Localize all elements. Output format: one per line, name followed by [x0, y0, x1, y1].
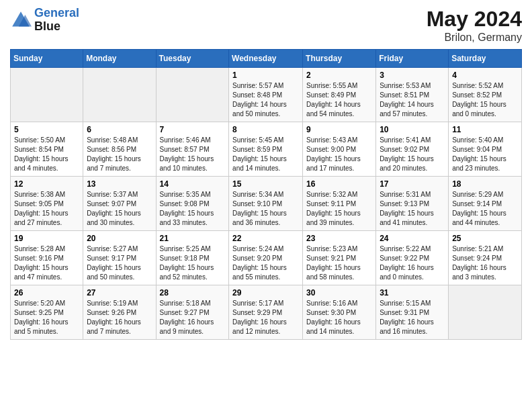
calendar-cell: 19Sunrise: 5:28 AMSunset: 9:16 PMDayligh…	[11, 231, 83, 285]
header-saturday: Saturday	[449, 50, 522, 68]
day-info: Sunrise: 5:52 AMSunset: 8:52 PMDaylight:…	[452, 81, 518, 119]
day-info: Sunrise: 5:16 AMSunset: 9:30 PMDaylight:…	[306, 299, 372, 336]
calendar-cell	[11, 68, 83, 122]
day-number: 31	[380, 288, 445, 298]
calendar-cell: 12Sunrise: 5:38 AMSunset: 9:05 PMDayligh…	[11, 177, 83, 231]
day-info: Sunrise: 5:38 AMSunset: 9:05 PMDaylight:…	[14, 190, 79, 228]
calendar-body: 1Sunrise: 5:57 AMSunset: 8:48 PMDaylight…	[11, 68, 522, 340]
day-number: 15	[232, 179, 299, 189]
location-title: Brilon, Germany	[427, 32, 522, 44]
day-number: 23	[306, 234, 372, 243]
calendar-cell: 14Sunrise: 5:35 AMSunset: 9:08 PMDayligh…	[156, 177, 229, 231]
calendar-cell: 28Sunrise: 5:18 AMSunset: 9:27 PMDayligh…	[156, 285, 229, 340]
calendar-cell: 23Sunrise: 5:23 AMSunset: 9:21 PMDayligh…	[303, 231, 376, 285]
header-sunday: Sunday	[11, 50, 83, 68]
calendar-week-3: 12Sunrise: 5:38 AMSunset: 9:05 PMDayligh…	[11, 177, 522, 231]
day-info: Sunrise: 5:57 AMSunset: 8:48 PMDaylight:…	[232, 81, 299, 119]
day-info: Sunrise: 5:19 AMSunset: 9:26 PMDaylight:…	[87, 299, 152, 336]
day-info: Sunrise: 5:17 AMSunset: 9:29 PMDaylight:…	[232, 299, 299, 336]
header-tuesday: Tuesday	[156, 50, 229, 68]
day-info: Sunrise: 5:46 AMSunset: 8:57 PMDaylight:…	[160, 136, 226, 173]
calendar-cell: 21Sunrise: 5:25 AMSunset: 9:18 PMDayligh…	[156, 231, 229, 285]
calendar-week-5: 26Sunrise: 5:20 AMSunset: 9:25 PMDayligh…	[11, 285, 522, 340]
day-number: 3	[380, 71, 445, 80]
day-number: 28	[160, 288, 226, 298]
day-info: Sunrise: 5:31 AMSunset: 9:13 PMDaylight:…	[380, 190, 445, 228]
header-monday: Monday	[83, 50, 156, 68]
calendar-cell: 9Sunrise: 5:43 AMSunset: 9:00 PMDaylight…	[303, 122, 376, 177]
day-number: 13	[87, 179, 152, 189]
day-info: Sunrise: 5:55 AMSunset: 8:49 PMDaylight:…	[306, 81, 372, 119]
day-info: Sunrise: 5:24 AMSunset: 9:20 PMDaylight:…	[232, 244, 299, 282]
day-number: 22	[232, 234, 299, 243]
header-friday: Friday	[376, 50, 449, 68]
calendar-cell: 22Sunrise: 5:24 AMSunset: 9:20 PMDayligh…	[229, 231, 303, 285]
day-number: 7	[160, 125, 226, 134]
day-info: Sunrise: 5:32 AMSunset: 9:11 PMDaylight:…	[306, 190, 372, 228]
page-header: General Blue May 2024 Brilon, Germany	[10, 7, 522, 44]
calendar-cell: 13Sunrise: 5:37 AMSunset: 9:07 PMDayligh…	[83, 177, 156, 231]
day-info: Sunrise: 5:23 AMSunset: 9:21 PMDaylight:…	[306, 244, 372, 282]
calendar-cell: 31Sunrise: 5:15 AMSunset: 9:31 PMDayligh…	[376, 285, 449, 340]
day-info: Sunrise: 5:20 AMSunset: 9:25 PMDaylight:…	[14, 299, 79, 336]
day-info: Sunrise: 5:40 AMSunset: 9:04 PMDaylight:…	[452, 136, 518, 173]
day-number: 18	[452, 179, 518, 189]
calendar-cell: 16Sunrise: 5:32 AMSunset: 9:11 PMDayligh…	[303, 177, 376, 231]
calendar-cell: 18Sunrise: 5:29 AMSunset: 9:14 PMDayligh…	[449, 177, 522, 231]
calendar-cell: 26Sunrise: 5:20 AMSunset: 9:25 PMDayligh…	[11, 285, 83, 340]
calendar-cell: 4Sunrise: 5:52 AMSunset: 8:52 PMDaylight…	[449, 68, 522, 122]
header-wednesday: Wednesday	[229, 50, 303, 68]
day-info: Sunrise: 5:37 AMSunset: 9:07 PMDaylight:…	[87, 190, 152, 228]
day-info: Sunrise: 5:50 AMSunset: 8:54 PMDaylight:…	[14, 136, 79, 173]
day-number: 16	[306, 179, 372, 189]
calendar-table: SundayMondayTuesdayWednesdayThursdayFrid…	[10, 49, 522, 340]
logo-text-general: General	[34, 7, 79, 20]
day-number: 4	[452, 71, 518, 80]
day-number: 8	[232, 125, 299, 134]
calendar-cell: 7Sunrise: 5:46 AMSunset: 8:57 PMDaylight…	[156, 122, 229, 177]
calendar-cell: 30Sunrise: 5:16 AMSunset: 9:30 PMDayligh…	[303, 285, 376, 340]
month-title: May 2024	[427, 7, 522, 32]
day-info: Sunrise: 5:22 AMSunset: 9:22 PMDaylight:…	[380, 244, 445, 282]
calendar-cell	[449, 285, 522, 340]
day-number: 20	[87, 234, 152, 243]
day-number: 24	[380, 234, 445, 243]
day-number: 30	[306, 288, 372, 298]
calendar-cell: 24Sunrise: 5:22 AMSunset: 9:22 PMDayligh…	[376, 231, 449, 285]
day-info: Sunrise: 5:48 AMSunset: 8:56 PMDaylight:…	[87, 136, 152, 173]
day-info: Sunrise: 5:45 AMSunset: 8:59 PMDaylight:…	[232, 136, 299, 173]
calendar-cell: 6Sunrise: 5:48 AMSunset: 8:56 PMDaylight…	[83, 122, 156, 177]
calendar-week-1: 1Sunrise: 5:57 AMSunset: 8:48 PMDaylight…	[11, 68, 522, 122]
calendar-week-2: 5Sunrise: 5:50 AMSunset: 8:54 PMDaylight…	[11, 122, 522, 177]
day-number: 26	[14, 288, 79, 298]
calendar-cell: 17Sunrise: 5:31 AMSunset: 9:13 PMDayligh…	[376, 177, 449, 231]
calendar-cell: 5Sunrise: 5:50 AMSunset: 8:54 PMDaylight…	[11, 122, 83, 177]
day-number: 12	[14, 179, 79, 189]
day-number: 10	[380, 125, 445, 134]
calendar-cell: 10Sunrise: 5:41 AMSunset: 9:02 PMDayligh…	[376, 122, 449, 177]
day-number: 27	[87, 288, 152, 298]
day-number: 21	[160, 234, 226, 243]
calendar-cell: 20Sunrise: 5:27 AMSunset: 9:17 PMDayligh…	[83, 231, 156, 285]
calendar-cell: 15Sunrise: 5:34 AMSunset: 9:10 PMDayligh…	[229, 177, 303, 231]
calendar-cell	[83, 68, 156, 122]
day-info: Sunrise: 5:29 AMSunset: 9:14 PMDaylight:…	[452, 190, 518, 228]
day-number: 1	[232, 71, 299, 80]
logo-icon	[10, 9, 32, 31]
day-info: Sunrise: 5:35 AMSunset: 9:08 PMDaylight:…	[160, 190, 226, 228]
day-number: 11	[452, 125, 518, 134]
logo-text-blue: Blue	[34, 20, 79, 34]
day-number: 2	[306, 71, 372, 80]
day-info: Sunrise: 5:34 AMSunset: 9:10 PMDaylight:…	[232, 190, 299, 228]
calendar-cell: 2Sunrise: 5:55 AMSunset: 8:49 PMDaylight…	[303, 68, 376, 122]
day-number: 19	[14, 234, 79, 243]
calendar-cell: 29Sunrise: 5:17 AMSunset: 9:29 PMDayligh…	[229, 285, 303, 340]
day-number: 17	[380, 179, 445, 189]
title-area: May 2024 Brilon, Germany	[427, 7, 522, 44]
day-info: Sunrise: 5:28 AMSunset: 9:16 PMDaylight:…	[14, 244, 79, 282]
calendar-cell: 3Sunrise: 5:53 AMSunset: 8:51 PMDaylight…	[376, 68, 449, 122]
calendar-header-row: SundayMondayTuesdayWednesdayThursdayFrid…	[11, 50, 522, 68]
day-info: Sunrise: 5:21 AMSunset: 9:24 PMDaylight:…	[452, 244, 518, 282]
day-info: Sunrise: 5:27 AMSunset: 9:17 PMDaylight:…	[87, 244, 152, 282]
day-number: 29	[232, 288, 299, 298]
